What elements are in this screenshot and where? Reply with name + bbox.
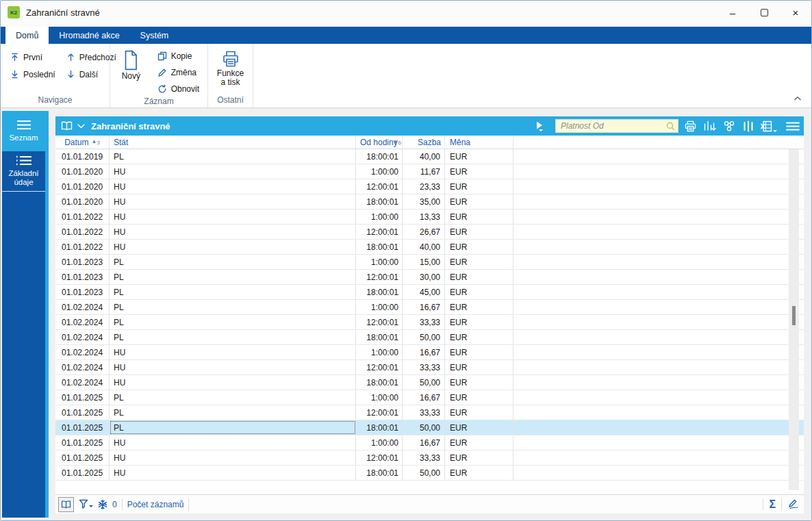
cell-sazba[interactable]: 11,67 [403,164,445,179]
table-row[interactable]: 01.01.2023PL18:00:0145,00EUR [55,285,804,300]
cell-mena[interactable]: EUR [445,225,513,239]
cell-stat[interactable]: HU [110,209,356,224]
cell-mena[interactable]: EUR [445,390,513,405]
table-row[interactable]: 01.01.2020HU18:00:0135,00EUR [55,194,804,209]
cell-od-hodiny[interactable]: 12:00:01 [356,225,403,239]
table-row[interactable]: 01.01.2025HU18:00:0150,00EUR [55,466,804,481]
sidebar-item-zakladni-udaje[interactable]: Základní údaje [2,151,45,192]
column-header-mena[interactable]: Měna [445,136,513,149]
cell-sazba[interactable]: 16,67 [403,345,445,359]
cell-stat[interactable]: HU [110,466,356,480]
excel-export-button[interactable] [760,118,777,134]
chart-button[interactable] [702,118,717,134]
cell-datum[interactable]: 01.01.2022 [55,225,110,239]
cell-mena[interactable]: EUR [445,330,513,344]
cell-datum[interactable]: 01.02.2024 [55,360,110,374]
cell-sazba[interactable]: 50,00 [403,330,445,344]
cell-od-hodiny[interactable]: 1:00:00 [356,209,403,224]
cell-datum[interactable]: 01.01.2025 [55,405,110,420]
cell-datum[interactable]: 01.01.2023 [55,285,110,299]
table-row[interactable]: 01.02.2024PL12:00:0133,33EUR [55,315,804,330]
cell-mena[interactable]: EUR [445,179,513,194]
table-row[interactable]: 01.01.2025PL12:00:0133,33EUR [55,405,804,420]
cell-od-hodiny[interactable]: 18:00:01 [356,420,403,435]
table-row[interactable]: 01.02.2024PL1:00:0016,67EUR [55,300,804,315]
cell-od-hodiny[interactable]: 1:00:00 [356,435,403,450]
book-view-toggle-button[interactable] [58,497,74,512]
cell-od-hodiny[interactable]: 12:00:01 [356,405,403,420]
sum-button[interactable]: Σ [769,499,776,510]
cell-stat[interactable]: PL [110,149,356,164]
tab-system[interactable]: Systém [130,27,179,44]
maximize-button[interactable] [748,1,780,24]
close-button[interactable]: × [780,1,811,24]
table-row[interactable]: 01.02.2024PL18:00:0150,00EUR [55,330,804,345]
cell-sazba[interactable]: 33,33 [403,450,445,465]
table-row[interactable]: 01.01.2025HU1:00:0016,67EUR [55,435,804,450]
cell-stat[interactable]: PL [110,390,356,405]
cell-datum[interactable]: 01.01.2020 [55,194,110,209]
table-row[interactable]: 01.01.2020HU12:00:0123,33EUR [55,179,804,194]
sidebar-item-seznam[interactable]: Seznam [2,111,45,151]
cell-stat[interactable]: PL [110,255,356,269]
cell-sazba[interactable]: 13,33 [403,209,445,224]
cell-sazba[interactable]: 26,67 [403,225,445,239]
cell-stat[interactable]: HU [110,345,356,359]
cell-datum[interactable]: 01.02.2024 [55,330,110,344]
cell-sazba[interactable]: 50,00 [403,375,445,390]
cell-datum[interactable]: 01.02.2024 [55,300,110,314]
cell-od-hodiny[interactable]: 12:00:01 [356,270,403,284]
functions-print-button[interactable]: Funkce a tisk [210,47,251,95]
cell-mena[interactable]: EUR [445,300,513,314]
cell-mena[interactable]: EUR [445,435,513,450]
cell-stat[interactable]: PL [110,405,356,420]
column-header-datum[interactable]: Datum ▲3 [55,136,110,149]
cell-sazba[interactable]: 15,00 [403,255,445,269]
cell-datum[interactable]: 01.01.2020 [55,164,110,179]
cell-stat[interactable]: HU [110,164,356,179]
table-row[interactable]: 01.02.2024HU1:00:0016,67EUR [55,345,804,360]
cell-sazba[interactable]: 33,33 [403,360,445,374]
panel-menu-button[interactable] [785,118,800,134]
cell-datum[interactable]: 01.01.2025 [55,390,110,405]
cell-mena[interactable]: EUR [445,285,513,299]
search-input[interactable] [561,121,666,131]
cell-mena[interactable]: EUR [445,375,513,390]
cell-stat[interactable]: HU [110,375,356,390]
table-row[interactable]: 01.01.2019PL18:00:0140,00EUR [55,149,804,164]
table-row[interactable]: 01.01.2020HU1:00:0011,67EUR [55,164,804,179]
cell-sazba[interactable]: 16,67 [403,435,445,450]
cell-stat[interactable]: PL [110,330,356,344]
frozen-rows-button[interactable] [98,500,107,509]
cell-stat[interactable]: HU [110,194,356,209]
cell-mena[interactable]: EUR [445,466,513,480]
cell-datum[interactable]: 01.01.2022 [55,209,110,224]
cell-datum[interactable]: 01.01.2022 [55,240,110,254]
cell-mena[interactable]: EUR [445,240,513,254]
minimize-button[interactable]: – [717,1,748,24]
cell-sazba[interactable]: 45,00 [403,285,445,299]
cell-od-hodiny[interactable]: 12:00:01 [356,179,403,194]
edit-button[interactable]: Změna [153,64,203,80]
cell-datum[interactable]: 01.02.2024 [55,375,110,390]
cell-sazba[interactable]: 33,33 [403,405,445,420]
cell-mena[interactable]: EUR [445,315,513,329]
cell-sazba[interactable]: 16,67 [403,300,445,314]
filter-button[interactable] [79,499,93,509]
copy-button[interactable]: Kopie [153,48,203,64]
cell-stat[interactable]: HU [110,225,356,239]
search-box[interactable] [555,119,678,133]
cell-stat[interactable]: PL [110,270,356,284]
cell-mena[interactable]: EUR [445,164,513,179]
cell-datum[interactable]: 01.01.2025 [55,420,110,435]
cell-sazba[interactable]: 16,67 [403,390,445,405]
cell-sazba[interactable]: 40,00 [403,240,445,254]
table-row[interactable]: 01.01.2025PL1:00:0016,67EUR [55,390,804,405]
cell-mena[interactable]: EUR [445,405,513,420]
cell-od-hodiny[interactable]: 18:00:01 [356,149,403,164]
tab-domu[interactable]: Domů [5,27,49,44]
run-filter-button[interactable] [536,118,550,134]
cell-od-hodiny[interactable]: 1:00:00 [356,255,403,269]
last-button[interactable]: Poslední [6,66,60,82]
columns-button[interactable] [741,118,755,134]
